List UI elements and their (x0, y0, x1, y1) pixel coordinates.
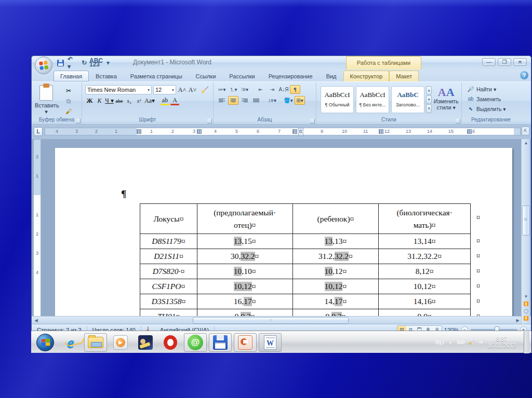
styles-dialog-launcher[interactable] (456, 119, 460, 123)
previous-page-button[interactable]: ⏫ (522, 300, 530, 308)
table-column-marker[interactable] (292, 129, 297, 134)
paste-button[interactable]: Вставить ▾ (35, 85, 58, 116)
table-column-marker[interactable] (137, 129, 141, 134)
minimize-button[interactable]: — (482, 58, 496, 66)
header-cell[interactable]: (биологическая·мать)¤ (379, 203, 471, 234)
locus-cell[interactable]: D8S1179¤ (140, 234, 197, 249)
save-app-icon[interactable] (209, 333, 232, 352)
tab-рассылки[interactable]: Рассылки (222, 71, 261, 81)
mother-cell[interactable]: 9,9¤ (379, 309, 471, 316)
style-card-2[interactable]: AaBbCЗаголово... (391, 86, 424, 113)
editing-item-2[interactable]: ⬉Выделить ▾ (467, 104, 518, 113)
paragraph-dialog-launcher[interactable] (310, 119, 315, 123)
font-dialog-launcher[interactable] (207, 119, 212, 123)
clock[interactable]: 8:37 16.01.2012 (487, 336, 516, 349)
locus-cell[interactable]: CSF1PO¤ (140, 279, 197, 294)
table-column-marker[interactable] (197, 129, 202, 134)
hidden-icons-arrow[interactable]: ▲ (448, 340, 453, 345)
tab-главная[interactable]: Главная (54, 71, 89, 81)
internet-explorer-icon[interactable]: e (59, 333, 82, 352)
father-cell[interactable]: 16,17¤ (197, 294, 293, 309)
subscript-button[interactable]: x₂ (125, 97, 134, 105)
select-browse-object-button[interactable]: ◯ (522, 308, 530, 315)
header-cell[interactable]: Локусы¤ (140, 203, 197, 234)
next-page-button[interactable]: ⏬ (522, 315, 530, 322)
tab-макет[interactable]: Макет (389, 71, 419, 81)
child-cell[interactable]: 14,17¤ (293, 294, 379, 309)
clipboard-dialog-launcher[interactable] (76, 119, 81, 123)
network-icon[interactable] (469, 340, 474, 345)
father-cell[interactable]: 10,10¤ (197, 264, 293, 279)
windows-start-button[interactable] (36, 334, 54, 351)
tab-разметка-страницы[interactable]: Разметка страницы (124, 71, 189, 81)
locus-cell[interactable]: TH01¤ (140, 309, 197, 316)
header-cell[interactable]: (ребенок)¤ (293, 203, 379, 234)
font-name-combo[interactable]: Times New Roman▾ (85, 85, 152, 94)
restore-button[interactable]: ❐ (498, 58, 511, 66)
shrink-font-button[interactable]: A˅ (188, 86, 197, 94)
superscript-button[interactable]: x² (135, 97, 143, 105)
change-styles-button[interactable]: AA Изменитьстили ▾ (433, 87, 459, 116)
battery-icon[interactable] (457, 340, 464, 344)
style-gallery-scroll[interactable]: ▲▼▼̲ (426, 86, 432, 113)
language-indicator-tray[interactable]: RU (435, 339, 444, 346)
title-bar[interactable]: ↶ ▾ ↻ ABC123 ▾ Документ1 - Microsoft Wor… (32, 56, 531, 70)
child-cell[interactable]: 13,13¤ (293, 234, 379, 249)
ruler-toggle-button[interactable]: ⇱ (522, 127, 529, 135)
windows-explorer-icon[interactable] (84, 333, 107, 352)
help-button[interactable]: ? (520, 71, 528, 79)
clear-formatting-button[interactable]: 🧹 (201, 86, 209, 94)
align-center-button[interactable] (228, 96, 238, 105)
locus-cell[interactable]: D3S1358¤ (140, 294, 197, 309)
vertical-scroll-thumb[interactable] (522, 205, 530, 236)
child-cell[interactable]: 10,12¤ (293, 279, 379, 294)
volume-icon[interactable] (479, 340, 483, 344)
tab-вид[interactable]: Вид (320, 71, 343, 81)
style-card-1[interactable]: AaBbCcI¶ Без инте... (356, 86, 389, 113)
numbering-button[interactable]: ⒈▾ (228, 85, 238, 94)
style-card-0[interactable]: AaBbCcI¶ Обычный (321, 86, 354, 113)
font-size-combo[interactable]: 12▾ (153, 85, 176, 94)
bullets-button[interactable]: ≔▾ (217, 85, 227, 94)
change-case-button[interactable]: Aa▾ (144, 97, 155, 105)
underline-button[interactable]: Ч ▾ (105, 97, 114, 105)
editing-item-0[interactable]: 🔎Найти ▾ (467, 85, 518, 93)
increase-indent-button[interactable]: ⇥ (267, 85, 277, 94)
font-color-button[interactable]: А (170, 97, 179, 105)
cut-button[interactable]: ✂ (62, 86, 75, 95)
powerpoint-icon[interactable] (234, 333, 257, 352)
mother-cell[interactable]: 10,12¤ (379, 279, 471, 294)
tab-конструктор[interactable]: Конструктор (343, 71, 390, 81)
father-cell[interactable]: 13,15¤ (197, 234, 293, 249)
grow-font-button[interactable]: A˄ (178, 86, 187, 94)
justify-button[interactable] (251, 96, 261, 105)
text-highlight-button[interactable]: ab (161, 97, 169, 105)
horizontal-ruler[interactable]: 432112345678910111213141516 (45, 128, 521, 135)
office-button[interactable] (35, 57, 52, 74)
child-cell[interactable]: 10,12¤ (293, 264, 379, 279)
document-page[interactable]: ¶ Локусы¤(предполагаемый·отец)¤(ребенок)… (55, 148, 512, 316)
tab-вставка[interactable]: Вставка (89, 71, 124, 81)
close-button[interactable]: ✕ (513, 58, 527, 66)
show-paragraph-marks-button[interactable]: ¶ (290, 85, 300, 94)
horizontal-scroll-thumb[interactable] (193, 317, 349, 324)
scroll-left-icon[interactable]: ◀ (32, 317, 40, 324)
tab-selector-button[interactable]: L (34, 127, 43, 136)
locus-cell[interactable]: D21S11¤ (140, 249, 197, 264)
borders-button[interactable]: ⊞▾ (295, 96, 305, 105)
scroll-down-icon[interactable]: ▼ (522, 293, 530, 300)
child-cell[interactable]: 9,9.3¤ (293, 309, 379, 316)
child-cell[interactable]: 31.2,32.2¤ (293, 249, 379, 264)
copy-button[interactable]: ⧉ (62, 97, 75, 106)
sort-button[interactable]: А↓Я (278, 85, 289, 94)
document-table[interactable]: Локусы¤(предполагаемый·отец)¤(ребенок)¤(… (140, 203, 471, 316)
align-right-button[interactable] (240, 96, 250, 105)
decrease-indent-button[interactable]: ⇤ (256, 85, 266, 94)
father-cell[interactable]: 10,12¤ (197, 279, 293, 294)
media-player-icon[interactable]: ▶ (109, 333, 132, 352)
graphics-app-icon[interactable] (134, 333, 157, 352)
vertical-ruler[interactable]: 211234 (33, 139, 41, 316)
bold-button[interactable]: Ж (85, 97, 94, 105)
mail-agent-icon[interactable]: @ (184, 333, 207, 352)
mother-cell[interactable]: 8,12¤ (379, 264, 471, 279)
